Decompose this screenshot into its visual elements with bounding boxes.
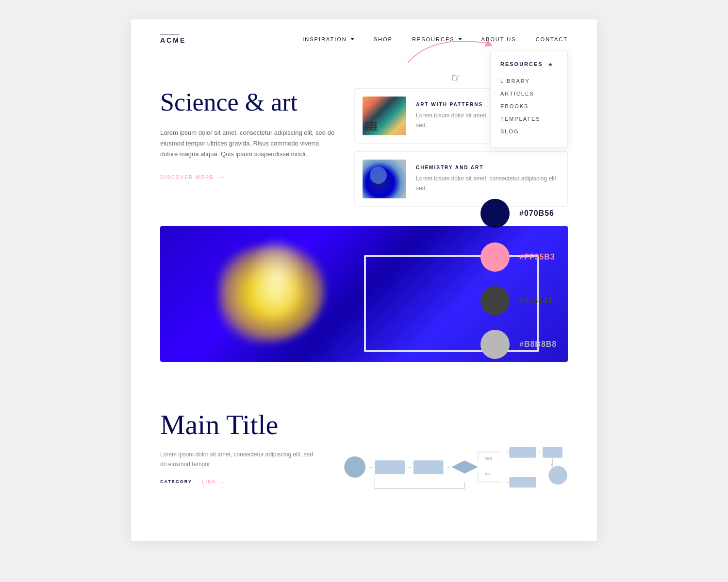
- swatch-lightgray: [480, 330, 510, 359]
- hero-description: Lorem ipsum dolor sit amet, consectetur …: [160, 128, 335, 160]
- logo-line: [160, 34, 180, 34]
- svg-marker-7: [451, 460, 478, 473]
- nav-contact[interactable]: CONTACT: [536, 36, 568, 42]
- chevron-down-icon: [458, 38, 462, 40]
- svg-point-25: [548, 466, 567, 485]
- svg-rect-3: [375, 460, 405, 474]
- discover-more-link[interactable]: DISCOVER MORE →: [160, 173, 335, 181]
- svg-text:→: →: [505, 481, 509, 485]
- color-palette: #070B56 #FF95B3 #414141 #B8B8B8: [461, 184, 597, 388]
- nav-inspiration[interactable]: INSPIRATION: [302, 36, 354, 42]
- dropdown-blog[interactable]: BLOG: [500, 125, 553, 138]
- arrow-right-icon: →: [219, 479, 225, 485]
- svg-rect-5: [414, 460, 444, 474]
- hex-pink: #FF95B3: [519, 253, 555, 261]
- svg-rect-12: [509, 447, 536, 458]
- dropdown-templates[interactable]: TEMPLATES: [500, 113, 553, 125]
- chevron-up-icon: [548, 63, 552, 65]
- hex-darkgray: #414141: [519, 296, 553, 305]
- svg-rect-21: [509, 477, 536, 487]
- card-art1-visual: [363, 97, 406, 135]
- nav-about[interactable]: ABOUT US: [481, 36, 516, 42]
- resources-dropdown: RESOURCES LIBRARY ARTICLES EBOOKS TEMPLA…: [490, 51, 568, 148]
- hex-navy: #070B56: [519, 209, 554, 218]
- svg-text:→: →: [537, 451, 541, 455]
- nav-links: INSPIRATION SHOP RESOURCES ABOUT US CONT…: [302, 36, 568, 42]
- svg-text:↓: ↓: [550, 462, 553, 467]
- svg-text:→: →: [446, 464, 451, 470]
- svg-text:NO: NO: [485, 472, 491, 476]
- dropdown-ebooks[interactable]: EBOOKS: [500, 100, 553, 113]
- art1-dots: [365, 122, 377, 130]
- hex-lightgray: #B8B8B8: [519, 340, 557, 349]
- swatch-navy: [480, 199, 510, 228]
- dropdown-articles[interactable]: ARTICLES: [500, 87, 553, 100]
- svg-text:→: →: [505, 451, 509, 455]
- color-swatch-darkgray: #414141: [480, 286, 578, 315]
- flowchart: → → → YES →: [335, 415, 568, 512]
- nav-shop[interactable]: SHOP: [374, 36, 393, 42]
- logo-text: ACME: [160, 36, 186, 44]
- svg-text:→: →: [407, 464, 412, 470]
- flowchart-svg: → → → YES →: [335, 415, 568, 512]
- nav-resources[interactable]: RESOURCES: [412, 36, 462, 42]
- svg-rect-14: [543, 447, 563, 458]
- bottom-description: Lorem ipsum dolor sit amet, consectetur …: [160, 450, 315, 469]
- category-label: CATEGORY: [160, 479, 192, 484]
- svg-text:YES: YES: [485, 457, 493, 460]
- chevron-down-icon: [350, 38, 354, 40]
- color-swatch-navy: #070B56: [480, 199, 578, 228]
- dropdown-header: RESOURCES: [500, 61, 553, 67]
- logo-area: ACME: [160, 34, 186, 44]
- left-content: Science & art Lorem ipsum dolor sit amet…: [160, 88, 335, 181]
- swatch-darkgray: [480, 286, 510, 315]
- main-title: Main Title: [160, 410, 315, 440]
- dropdown-library[interactable]: LIBRARY: [500, 75, 553, 87]
- card-art2-visual: [363, 160, 406, 198]
- smoke-white: [248, 236, 306, 323]
- card-title-2: CHEMISTRY AND ART: [416, 165, 560, 170]
- hero-title: Science & art: [160, 88, 335, 116]
- cursor-icon: ☞: [451, 72, 461, 84]
- swatch-pink: [480, 242, 510, 272]
- bottom-link[interactable]: LINK →: [202, 479, 225, 485]
- card-image-1: [363, 97, 406, 135]
- bottom-section: Main Title Lorem ipsum dolor sit amet, c…: [131, 381, 597, 541]
- art2-circle: [370, 167, 387, 184]
- color-swatch-lightgray: #B8B8B8: [480, 330, 578, 359]
- bottom-left: Main Title Lorem ipsum dolor sit amet, c…: [160, 410, 315, 485]
- svg-point-1: [344, 456, 365, 478]
- bottom-meta: CATEGORY LINK →: [160, 479, 315, 485]
- svg-text:→: →: [368, 464, 374, 470]
- color-swatch-pink: #FF95B3: [480, 242, 578, 272]
- arrow-right-icon: →: [218, 173, 226, 181]
- card-image-2: [363, 160, 406, 198]
